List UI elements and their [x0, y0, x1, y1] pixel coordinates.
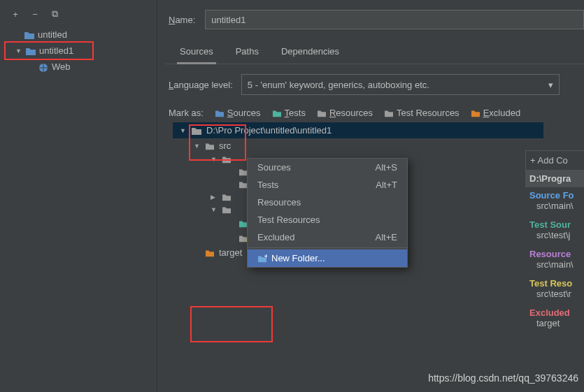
language-level-label: Language level: [169, 80, 233, 90]
folder-icon [222, 155, 232, 164]
mark-as-row: Mark as: SourcesTestsResourcesTest Resou… [166, 108, 584, 118]
summary-path[interactable]: target [529, 318, 580, 328]
mark-as-test-resources[interactable]: Test Resources [384, 108, 460, 118]
project-sidebar: + − ⧉ untitled ▼ untitled1 Web [0, 0, 157, 392]
summary-path[interactable]: src\test\r [529, 289, 580, 299]
module-icon [24, 30, 35, 40]
module-icon [25, 46, 36, 56]
summary-section: Source Fosrc\main\ [525, 187, 584, 217]
expand-arrow-icon[interactable]: ▶ [211, 194, 218, 201]
module-web[interactable]: Web [0, 60, 157, 73]
sidebar-toolbar: + − ⧉ [0, 6, 157, 28]
module-label: untitled [38, 29, 67, 40]
expand-arrow-icon[interactable]: ▼ [194, 143, 201, 150]
add-icon[interactable]: + [10, 8, 21, 20]
menu-test-resources[interactable]: Test Resources [248, 211, 407, 228]
folder-icon [191, 126, 202, 136]
summary-section: Test Soursrc\test\j [525, 217, 584, 246]
summary-path[interactable]: src\test\j [529, 230, 580, 240]
expand-arrow-icon[interactable]: ▼ [211, 156, 218, 163]
module-label: untitled1 [39, 45, 73, 56]
web-icon [38, 62, 49, 72]
menu-tests[interactable]: TestsAlt+T [248, 176, 407, 194]
watermark: https://blog.csdn.net/qq_39763246 [428, 372, 578, 384]
expand-arrow-icon[interactable]: ▼ [180, 127, 187, 134]
mark-as-sources[interactable]: Sources [215, 108, 261, 118]
folder-icon [222, 193, 232, 201]
name-label: Name: [169, 15, 195, 25]
menu-sources[interactable]: SourcesAlt+S [248, 159, 407, 176]
summary-section: Test Resosrc\test\r [525, 275, 584, 305]
language-level-value: 5 - 'enum' keyword, generics, autoboxing… [248, 80, 429, 90]
folder-icon [205, 249, 215, 257]
module-name-input[interactable] [205, 10, 584, 29]
context-menu: SourcesAlt+STestsAlt+TResourcesTest Reso… [247, 158, 408, 268]
folder-icon [471, 109, 480, 117]
tab-sources[interactable]: Sources [177, 42, 216, 64]
mark-as-excluded[interactable]: Excluded [471, 108, 520, 118]
summary-section: Excludedtarget [525, 305, 584, 334]
copy-icon[interactable]: ⧉ [49, 8, 60, 20]
summary-path[interactable]: src\main\ [529, 201, 580, 211]
language-level-select[interactable]: 5 - 'enum' keyword, generics, autoboxing… [241, 74, 560, 95]
new-folder-icon: + [257, 254, 267, 263]
menu-resources[interactable]: Resources [248, 194, 407, 211]
folder-icon [205, 142, 215, 150]
folder-icon [272, 109, 282, 117]
mark-as-tests[interactable]: Tests [272, 108, 306, 118]
content-root-path: D:\Pro Project\untitled\untitled1 [206, 125, 332, 136]
dropdown-arrow-icon: ▾ [548, 80, 553, 90]
right-summary-panel: + Add Co D:\Progra Source Fosrc\main\Tes… [521, 150, 584, 334]
svg-text:+: + [264, 254, 267, 260]
module-label: Web [52, 61, 71, 72]
tab-paths[interactable]: Paths [233, 42, 262, 64]
add-content-root-button[interactable]: + Add Co [525, 150, 584, 170]
menu-excluded[interactable]: ExcludedAlt+E [248, 228, 407, 246]
summary-section: Resourcesrc\main\ [525, 246, 584, 275]
folder-icon [384, 109, 394, 117]
mark-as-label: Mark as: [169, 108, 204, 118]
expand-arrow-icon[interactable]: ▼ [15, 48, 22, 55]
content-root-header: D:\Progra [525, 170, 584, 187]
expand-arrow-icon[interactable]: ▼ [211, 206, 218, 213]
folder-icon [222, 205, 232, 214]
folder-icon [215, 109, 225, 117]
remove-icon[interactable]: − [29, 8, 41, 20]
tabs: Sources Paths Dependencies [166, 42, 584, 64]
summary-path[interactable]: src\main\ [529, 259, 580, 270]
module-untitled[interactable]: untitled [0, 28, 157, 41]
content-root-row[interactable]: ▼ D:\Pro Project\untitled\untitled1 [173, 122, 543, 138]
mark-as-resources[interactable]: Resources [317, 108, 373, 118]
module-untitled1[interactable]: ▼ untitled1 [6, 44, 92, 57]
tab-dependencies[interactable]: Dependencies [278, 42, 342, 64]
folder-icon [317, 109, 327, 117]
menu-new-folder-[interactable]: +New Folder... [248, 249, 407, 267]
